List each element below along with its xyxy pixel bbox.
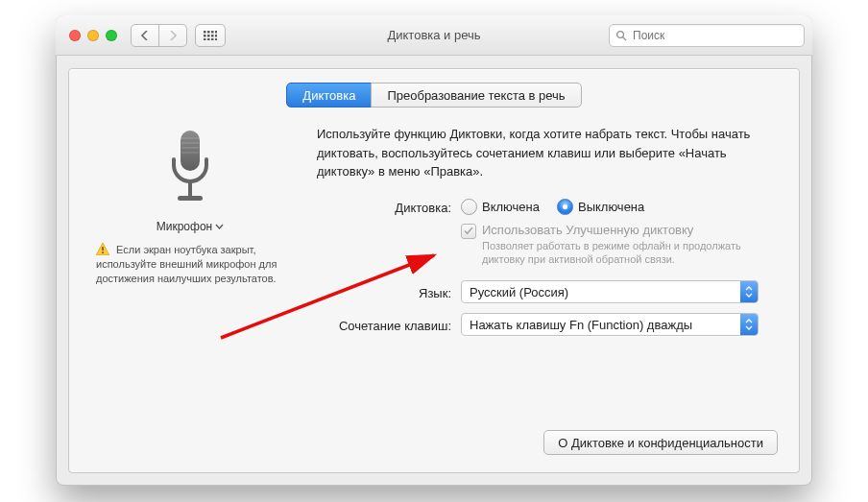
- svg-rect-4: [204, 35, 206, 37]
- updown-icon: [740, 281, 758, 302]
- svg-rect-5: [207, 35, 210, 37]
- privacy-button[interactable]: О Диктовке и конфиденциальности: [543, 430, 778, 455]
- enhanced-dictation-checkbox[interactable]: Использовать Улучшенную диктовку Позволя…: [461, 223, 780, 268]
- svg-rect-8: [204, 38, 206, 40]
- forward-button[interactable]: [158, 24, 187, 47]
- radio-label: Выключена: [578, 200, 644, 214]
- dictation-radio-group: Включена Выключена: [461, 199, 780, 215]
- search-icon: [615, 30, 627, 41]
- svg-rect-1: [207, 31, 210, 34]
- svg-point-12: [617, 31, 624, 37]
- show-all-button[interactable]: [195, 24, 226, 47]
- shortcut-select[interactable]: Нажать клавишу Fn (Function) дважды: [461, 313, 759, 336]
- select-value: Нажать клавишу Fn (Function) дважды: [470, 318, 692, 332]
- svg-rect-9: [207, 38, 210, 40]
- dictation-description: Используйте функцию Диктовки, когда хоти…: [317, 125, 780, 181]
- minimize-window-button[interactable]: [87, 30, 99, 41]
- enhanced-label: Использовать Улучшенную диктовку: [482, 223, 780, 237]
- search-field[interactable]: [609, 24, 805, 47]
- zoom-window-button[interactable]: [106, 30, 117, 41]
- dictation-row-label: Диктовка:: [317, 199, 461, 215]
- svg-rect-7: [215, 35, 217, 37]
- enhanced-sublabel: Позволяет работать в режиме офлайн и про…: [482, 239, 780, 268]
- select-value: Русский (Россия): [470, 285, 568, 299]
- tab-dictation[interactable]: Диктовка: [286, 83, 372, 108]
- microphone-icon: [88, 129, 292, 210]
- dictation-off-radio[interactable]: Выключена: [557, 199, 644, 215]
- shortcut-row-label: Сочетание клавиш:: [317, 317, 461, 333]
- content-area: Диктовка Преобразование текста в речь: [68, 68, 800, 473]
- nav-buttons: [131, 24, 187, 47]
- microphone-label: Микрофон: [157, 220, 212, 233]
- close-window-button[interactable]: [69, 30, 81, 41]
- svg-rect-2: [211, 31, 214, 34]
- window-controls: [69, 30, 117, 41]
- tab-label: Преобразование текста в речь: [387, 88, 565, 103]
- svg-rect-6: [211, 35, 214, 37]
- search-input[interactable]: [631, 28, 798, 43]
- radio-label: Включена: [482, 200, 540, 214]
- warning-icon: [96, 243, 109, 255]
- radio-icon: [557, 199, 573, 215]
- language-select[interactable]: Русский (Россия): [461, 280, 759, 303]
- checkbox-icon: [461, 224, 476, 239]
- svg-rect-20: [178, 196, 203, 201]
- svg-rect-0: [204, 31, 206, 34]
- warning-text: Если экран ноутбука закрыт, используйте …: [96, 244, 277, 284]
- tab-label: Диктовка: [302, 88, 355, 103]
- svg-rect-21: [102, 247, 103, 251]
- svg-rect-14: [181, 131, 200, 171]
- svg-line-13: [623, 36, 626, 39]
- chevron-down-icon: [215, 224, 224, 229]
- preferences-window: Диктовка и речь Диктовка Преобразование …: [56, 15, 812, 486]
- updown-icon: [740, 314, 758, 335]
- svg-rect-11: [215, 38, 217, 40]
- back-button[interactable]: [131, 24, 159, 47]
- microphone-warning: Если экран ноутбука закрыт, используйте …: [96, 243, 284, 286]
- microphone-panel: Микрофон Если экран ноутбука закрыт, исп…: [88, 125, 292, 346]
- svg-rect-3: [215, 31, 217, 34]
- settings-panel: Используйте функцию Диктовки, когда хоти…: [317, 125, 780, 346]
- radio-icon: [461, 199, 477, 215]
- tab-text-to-speech[interactable]: Преобразование текста в речь: [371, 83, 581, 108]
- dictation-on-radio[interactable]: Включена: [461, 199, 540, 215]
- svg-point-22: [102, 251, 104, 253]
- button-label: О Диктовке и конфиденциальности: [558, 436, 763, 450]
- language-row-label: Язык:: [317, 284, 461, 300]
- title-bar: Диктовка и речь: [56, 15, 812, 56]
- tab-bar: Диктовка Преобразование текста в речь: [69, 83, 799, 108]
- svg-rect-10: [211, 38, 214, 40]
- microphone-dropdown[interactable]: Микрофон: [157, 220, 224, 233]
